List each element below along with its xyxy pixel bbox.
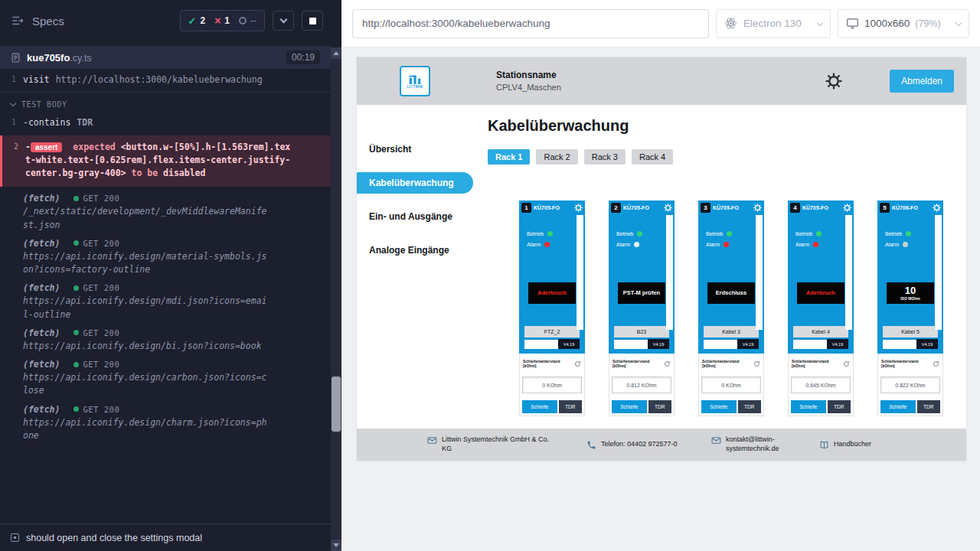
url-input[interactable]: http://localhost:3000/kabelueberwachung xyxy=(352,9,709,38)
visit-command[interactable]: 1 visithttp://localhost:3000/kabelueberw… xyxy=(0,70,331,90)
viewport-icon xyxy=(846,17,859,30)
footer-email[interactable]: kontakt@littwin-systemtechnik.de xyxy=(711,435,786,453)
tab-rack-2[interactable]: Rack 2 xyxy=(536,149,577,165)
schleife-button[interactable]: Schleife xyxy=(791,400,826,413)
schleife-button[interactable]: Schleife xyxy=(880,400,916,413)
app-main: Kabelüberwachung Rack 1 Rack 2 Rack 3 Ra… xyxy=(473,105,966,429)
electron-icon xyxy=(724,17,737,30)
viewport-select[interactable]: 1000x660 (79%) xyxy=(838,9,969,38)
sidebar-item-kabelueberwachung[interactable]: Kabelüberwachung xyxy=(357,172,473,194)
runner-scrollbar[interactable] xyxy=(331,47,341,551)
tab-rack-3[interactable]: Rack 3 xyxy=(584,149,626,165)
contains-command[interactable]: 1 containsTDR xyxy=(0,113,331,132)
card-model-label: KÜ705-FO xyxy=(534,205,572,210)
tdr-button[interactable]: TDR xyxy=(648,400,671,413)
station-label: Stationsname xyxy=(496,70,561,82)
resistance-value: 0 KOhm xyxy=(522,377,582,393)
test-body-section[interactable]: TEST BODY xyxy=(0,93,331,113)
cable-name: B23 xyxy=(614,326,669,337)
assert-command-failed[interactable]: 2 assert expected <button.w-[50%].h-[1.5… xyxy=(0,135,331,187)
card-gear-icon[interactable] xyxy=(933,204,941,212)
passed-icon: ✓ xyxy=(188,15,197,27)
status-display: PST-M prüfen xyxy=(618,282,665,304)
card-number-badge: 4 xyxy=(790,203,800,213)
card-gear-icon[interactable] xyxy=(753,204,762,212)
app-sidebar: Übersicht Kabelüberwachung Ein- und Ausg… xyxy=(357,105,473,429)
test-runner-panel: Specs ✓2 ×1 -- kue705fo.cy.ts 00:19 1 vi… xyxy=(0,0,341,551)
refresh-icon[interactable] xyxy=(843,360,850,367)
spec-file-icon xyxy=(11,52,21,64)
refresh-icon[interactable] xyxy=(753,360,760,367)
device-card: 4 KÜ705-FO Betrieb Alarm Aderbruch Kabel… xyxy=(788,201,854,416)
status-display: Aderbruch xyxy=(797,282,844,304)
status-display: 10ISO MOhm xyxy=(887,282,934,304)
status-ok-dot xyxy=(74,285,79,291)
footer-handbuecher[interactable]: Handbücher xyxy=(819,440,871,450)
collapse-chevron-icon xyxy=(10,100,16,106)
stop-tests-button[interactable] xyxy=(302,11,323,31)
scroll-down-button[interactable] xyxy=(331,540,341,551)
schleife-button[interactable]: Schleife xyxy=(612,400,647,413)
sidebar-item-ein-und-ausgaenge[interactable]: Ein- und Ausgänge xyxy=(357,206,473,227)
sidebar-item-analoge-eingaenge[interactable]: Analoge Eingänge xyxy=(357,240,473,261)
tab-rack-1[interactable]: Rack 1 xyxy=(488,149,530,165)
phone-icon xyxy=(586,440,596,450)
scroll-up-button[interactable] xyxy=(331,47,341,59)
refresh-icon[interactable] xyxy=(933,360,939,367)
status-ok-dot xyxy=(74,196,79,201)
tdr-button[interactable]: TDR xyxy=(828,400,851,413)
station-info: Stationsname CPLV4_Maschen xyxy=(496,70,561,93)
app-footer: Littwin Systemtechnik GmbH & Co. KG Tele… xyxy=(357,429,966,461)
passed-stat: ✓2 xyxy=(188,15,206,27)
spec-file-row[interactable]: kue705fo.cy.ts 00:19 xyxy=(0,46,331,69)
schleife-button[interactable]: Schleife xyxy=(701,400,737,413)
logo-text: LITTWIN xyxy=(407,85,423,89)
pending-stat: -- xyxy=(239,15,256,26)
cable-stripe xyxy=(845,215,852,330)
scrollbar-thumb[interactable] xyxy=(332,377,341,432)
arrow-up-icon xyxy=(333,51,339,55)
resistance-label: Schleifenwiderstand [kOhm] xyxy=(523,359,574,368)
status-display: Erdschluss xyxy=(707,282,755,304)
resistance-label: Schleifenwiderstand [kOhm] xyxy=(702,359,753,368)
schleife-button[interactable]: Schleife xyxy=(522,400,557,413)
station-name: CPLV4_Maschen xyxy=(496,82,561,93)
aut-toolbar: http://localhost:3000/kabelueberwachung … xyxy=(341,0,980,47)
stop-icon xyxy=(309,18,316,24)
sidebar-item-uebersicht[interactable]: Übersicht xyxy=(357,139,473,160)
alarm-led xyxy=(813,242,818,247)
tdr-button[interactable]: TDR xyxy=(738,400,761,413)
card-gear-icon[interactable] xyxy=(664,204,672,212)
collapse-runner-button[interactable] xyxy=(273,11,294,31)
assert-selector: <button.w-[50%].h-[1.563rem].text-white.… xyxy=(25,142,290,179)
resistance-label: Schleifenwiderstand [kOhm] xyxy=(881,359,933,368)
settings-gear-icon[interactable] xyxy=(825,73,842,90)
browser-select[interactable]: Electron 130 xyxy=(716,9,831,38)
card-model-label: KÜ705-FO xyxy=(713,205,751,210)
card-gear-icon[interactable] xyxy=(843,204,851,212)
tab-rack-4[interactable]: Rack 4 xyxy=(632,149,673,165)
specs-menu-icon[interactable] xyxy=(11,14,24,28)
status-ok-dot xyxy=(74,362,79,367)
alarm-led xyxy=(544,242,550,247)
email-icon xyxy=(427,435,437,445)
aut-region: http://localhost:3000/kabelueberwachung … xyxy=(341,0,980,551)
tdr-button[interactable]: TDR xyxy=(559,400,582,413)
resistance-value: 0.822 KOhm xyxy=(880,377,940,393)
failed-icon: × xyxy=(214,15,220,27)
fetch-log-entry: (fetch)GET 200 https://api.iconify.desig… xyxy=(0,232,331,277)
tdr-button[interactable]: TDR xyxy=(917,400,940,413)
test-checkbox-icon xyxy=(11,533,19,542)
cable-stripe xyxy=(756,215,763,330)
refresh-icon[interactable] xyxy=(664,360,671,367)
abmelden-button[interactable]: Abmelden xyxy=(890,70,954,93)
card-gear-icon[interactable] xyxy=(574,204,583,212)
section-label: TEST BODY xyxy=(21,100,67,109)
next-test-row[interactable]: should open and close the settings modal xyxy=(0,523,331,551)
command-url: http://localhost:3000/kabelueberwachung xyxy=(56,74,263,85)
cable-stripe xyxy=(935,215,942,330)
arrow-down-icon xyxy=(333,543,339,547)
cable-field xyxy=(883,340,916,349)
refresh-icon[interactable] xyxy=(574,360,581,367)
fetch-log-entry: (fetch)GET 200 https://api.iconify.desig… xyxy=(0,353,331,398)
